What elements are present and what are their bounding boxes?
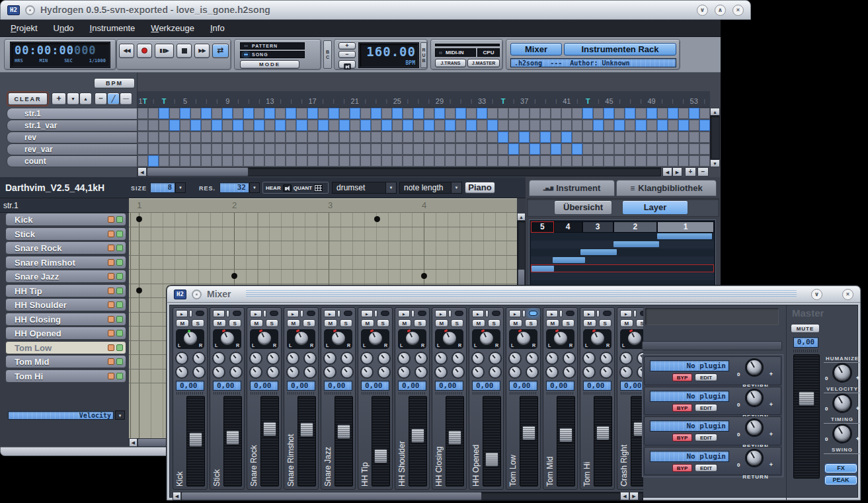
fx-return-knob[interactable]: 0+ (736, 389, 774, 414)
channel-fx-send-knob[interactable] (399, 367, 409, 377)
song-cell[interactable] (519, 143, 530, 155)
instrument-solo-button[interactable] (116, 358, 123, 365)
song-cell[interactable] (487, 155, 498, 167)
ruler-cell-3[interactable]: T (159, 95, 169, 107)
scroll-right-icon[interactable]: ▶ (629, 492, 639, 500)
layer-row[interactable] (531, 249, 714, 256)
channel-pan-knob[interactable]: LR (583, 329, 612, 349)
channel-width-button[interactable] (374, 310, 377, 317)
channel-fader[interactable] (483, 396, 501, 486)
song-cell[interactable] (275, 155, 286, 167)
channel-select-led[interactable] (196, 311, 204, 316)
song-cell[interactable] (329, 132, 339, 143)
menu-item-projekt[interactable]: Projekt (3, 21, 46, 35)
pattern-grid-row[interactable] (129, 270, 517, 284)
song-cell[interactable] (413, 108, 424, 119)
quantize-grid-icon[interactable] (314, 184, 323, 192)
song-cell[interactable] (551, 132, 561, 143)
channel-fader-knob[interactable] (300, 422, 313, 437)
master-fader-knob[interactable] (799, 391, 814, 406)
scroll-left-icon[interactable]: ◀ (129, 438, 138, 447)
song-cell[interactable] (264, 108, 275, 119)
channel-fx-send-knob[interactable] (490, 353, 500, 364)
song-cell[interactable] (190, 120, 201, 131)
fx-edit-button[interactable]: EDIT (695, 373, 717, 381)
song-cell[interactable] (582, 120, 593, 131)
ruler-cell-6[interactable]: | (190, 95, 201, 107)
song-cell[interactable] (657, 155, 668, 167)
song-cell[interactable] (243, 108, 254, 119)
song-cell[interactable] (530, 143, 540, 155)
song-cell[interactable] (540, 132, 551, 143)
rolldown-button[interactable]: ∨ (811, 289, 822, 300)
move-pattern-down-button[interactable]: ▼ (67, 93, 79, 105)
clear-sequence-button[interactable]: CLEAR (8, 93, 48, 105)
channel-fx-send-knob[interactable] (362, 367, 372, 377)
song-cell[interactable] (498, 132, 508, 143)
song-cell[interactable] (190, 108, 201, 119)
song-cell[interactable] (350, 132, 360, 143)
song-cell[interactable] (212, 132, 222, 143)
instrument-row-snare-rock[interactable]: Snare Rock (0, 241, 129, 256)
ruler-cell-39[interactable]: | (540, 95, 551, 107)
channel-mute-button[interactable]: M (435, 319, 448, 327)
song-cell[interactable] (635, 120, 646, 131)
ruler-cell-35[interactable]: T (498, 95, 508, 107)
channel-fx-send-knob[interactable] (527, 353, 537, 364)
song-cell[interactable] (508, 132, 519, 143)
song-cell[interactable] (180, 155, 190, 167)
song-cell[interactable] (148, 120, 159, 131)
stop-button[interactable] (177, 44, 192, 58)
channel-fx-send-knob[interactable] (547, 353, 557, 364)
song-cell[interactable] (434, 120, 445, 131)
scroll-track[interactable] (710, 116, 720, 159)
channel-play-button[interactable]: ▶ (435, 310, 447, 317)
draw-mode-button[interactable]: ╱ (107, 93, 120, 105)
channel-mute-button[interactable]: M (213, 319, 226, 327)
rub-strip[interactable]: RUB (420, 42, 427, 68)
song-cell[interactable] (445, 143, 455, 155)
song-cell[interactable] (307, 108, 318, 119)
song-cell[interactable] (635, 108, 646, 119)
song-cell[interactable] (318, 108, 329, 119)
metronome-button[interactable] (338, 60, 356, 69)
channel-play-button[interactable]: ▶ (324, 310, 336, 317)
ruler-cell-29[interactable]: 29 (434, 95, 445, 107)
song-cell[interactable] (329, 120, 339, 131)
song-cell[interactable] (689, 132, 699, 143)
song-cell[interactable] (233, 132, 243, 143)
song-cell[interactable] (243, 132, 254, 143)
channel-fx-send-knob[interactable] (621, 353, 631, 364)
song-cell[interactable] (212, 155, 222, 167)
song-cell[interactable] (159, 143, 169, 155)
loop-button[interactable]: ⇄ (212, 44, 229, 58)
ruler-cell-22[interactable]: | (360, 95, 371, 107)
song-cell[interactable] (668, 132, 678, 143)
ruler-cell-40[interactable]: | (551, 95, 561, 107)
song-cell[interactable] (582, 108, 593, 119)
scroll-left-icon[interactable]: ◀ (138, 167, 147, 176)
song-cell[interactable] (466, 120, 477, 131)
song-cell[interactable] (339, 108, 350, 119)
jack-transport-button[interactable]: J.TRANS (435, 59, 466, 67)
scroll-up-icon[interactable]: ▲ (710, 108, 720, 116)
ruler-cell-4[interactable]: | (169, 95, 180, 107)
song-cell[interactable] (296, 143, 307, 155)
channel-fader[interactable] (557, 396, 575, 486)
song-cell[interactable] (159, 132, 169, 143)
pattern-rev_var[interactable]: rev_var (7, 143, 138, 155)
ruler-cell-19[interactable]: | (329, 95, 339, 107)
channel-pan-knob[interactable]: LR (250, 329, 278, 349)
beat-ruler[interactable]: 1234 (129, 198, 517, 213)
channel-width-button[interactable] (226, 310, 229, 317)
song-cell[interactable] (434, 108, 445, 119)
channel-fx-send-knob[interactable] (453, 367, 463, 377)
song-cell[interactable] (148, 155, 159, 167)
song-cell[interactable] (222, 132, 233, 143)
channel-play-button[interactable]: ▶ (398, 310, 410, 317)
channel-fader-knob[interactable] (522, 426, 535, 440)
song-cell[interactable] (138, 143, 148, 155)
song-cell[interactable] (647, 155, 657, 167)
song-cell[interactable] (243, 120, 254, 131)
song-cell[interactable] (275, 132, 286, 143)
